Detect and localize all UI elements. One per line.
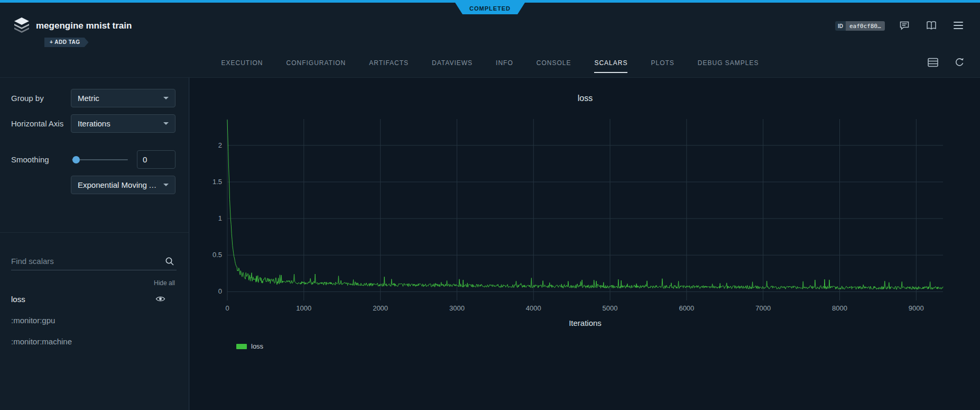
hamburger-icon (954, 22, 963, 29)
smoothing-method-value: Exponential Moving Av… (78, 180, 159, 189)
chevron-down-icon (163, 184, 169, 186)
scalars-sidebar: Group by Metric Horizontal Axis Iteratio… (0, 78, 189, 410)
group-by-label: Group by (11, 89, 44, 107)
chevron-down-icon (163, 97, 169, 99)
tab-plots[interactable]: PLOTS (644, 53, 680, 73)
tab-label: CONSOLE (537, 59, 571, 73)
scalar-item-label: loss (11, 295, 25, 304)
search-icon[interactable] (165, 257, 174, 268)
table-icon (928, 58, 938, 67)
legend-item-loss[interactable]: loss (236, 342, 263, 350)
svg-text:4000: 4000 (526, 304, 541, 312)
scalar-list: loss:monitor:gpu:monitor:machine (0, 288, 189, 352)
auto-refresh-button[interactable] (954, 57, 965, 68)
svg-text:0: 0 (225, 304, 229, 312)
id-chip-label: ID (835, 21, 846, 31)
tab-configuration[interactable]: CONFIGURATION (280, 53, 352, 73)
scalar-item-monitor-gpu[interactable]: :monitor:gpu (0, 309, 189, 331)
svg-text:1000: 1000 (296, 304, 311, 312)
scalar-item-loss[interactable]: loss (0, 288, 189, 309)
svg-text:8000: 8000 (832, 304, 847, 312)
svg-text:9000: 9000 (909, 304, 924, 312)
tab-debug-samples[interactable]: DEBUG SAMPLES (691, 53, 765, 73)
book-icon (926, 21, 937, 30)
menu-button[interactable] (953, 20, 964, 31)
svg-text:6000: 6000 (679, 304, 694, 312)
tab-console[interactable]: CONSOLE (530, 53, 578, 73)
svg-text:0.5: 0.5 (212, 251, 222, 259)
top-accent-strip (0, 0, 980, 3)
refresh-icon (954, 57, 965, 68)
tab-label: SCALARS (594, 59, 627, 73)
tab-dataviews[interactable]: DATAVIEWS (426, 53, 479, 73)
smoothing-value-input[interactable] (137, 150, 175, 169)
group-by-value: Metric (78, 94, 159, 103)
tab-label: PLOTS (651, 59, 674, 73)
comment-icon (899, 20, 910, 31)
smoothing-label: Smoothing (11, 150, 49, 169)
hide-all-link[interactable]: Hide all (154, 279, 175, 287)
svg-text:1.5: 1.5 (212, 178, 222, 186)
tab-label: DEBUG SAMPLES (698, 59, 759, 73)
find-scalars-field (11, 252, 177, 270)
experiment-title: megengine mnist train (36, 21, 132, 31)
tab-label: ARTIFACTS (369, 59, 409, 73)
svg-text:2000: 2000 (373, 304, 388, 312)
docs-button[interactable] (926, 20, 937, 31)
app-logo-icon (13, 17, 31, 33)
svg-text:1: 1 (218, 214, 222, 222)
loss-chart[interactable]: 010002000300040005000600070008000900000.… (190, 78, 980, 410)
tab-artifacts[interactable]: ARTIFACTS (363, 53, 415, 73)
tab-execution[interactable]: EXECUTION (215, 53, 269, 73)
eye-icon[interactable] (155, 295, 165, 303)
scalar-item-monitor-machine[interactable]: :monitor:machine (0, 331, 189, 352)
tab-bar: EXECUTIONCONFIGURATIONARTIFACTSDATAVIEWS… (0, 53, 980, 73)
svg-text:0: 0 (218, 287, 222, 295)
horizontal-axis-value: Iterations (78, 119, 159, 128)
experiment-id-chip[interactable]: ID eaf0cf80… (835, 21, 885, 31)
chevron-down-icon (163, 122, 169, 125)
id-chip-value: eaf0cf80… (846, 21, 885, 31)
svg-text:2: 2 (218, 141, 222, 149)
find-scalars-input[interactable] (11, 252, 159, 270)
add-tag-button[interactable]: + ADD TAG (44, 38, 89, 47)
group-by-dropdown[interactable]: Metric (71, 89, 175, 107)
horizontal-axis-label: Horizontal Axis (11, 114, 63, 133)
legend-swatch (236, 344, 247, 349)
legend-label: loss (251, 342, 263, 350)
smoothing-slider-thumb[interactable] (72, 156, 80, 163)
tab-label: CONFIGURATION (286, 59, 346, 73)
horizontal-axis-dropdown[interactable]: Iterations (71, 114, 175, 133)
tab-info[interactable]: INFO (489, 53, 520, 73)
tab-scalars[interactable]: SCALARS (588, 53, 634, 73)
status-badge: COMPLETED (455, 3, 525, 14)
x-axis-title: Iterations (227, 318, 943, 327)
scalar-item-label: :monitor:machine (11, 337, 72, 346)
comment-button[interactable] (899, 20, 910, 31)
scalars-panel: loss 01000200030004000500060007000800090… (190, 78, 980, 410)
svg-text:3000: 3000 (449, 304, 465, 312)
svg-text:7000: 7000 (755, 304, 771, 312)
scalar-item-label: :monitor:gpu (11, 316, 55, 325)
tab-label: INFO (496, 59, 513, 73)
tab-label: DATAVIEWS (432, 59, 473, 73)
sidebar-divider (0, 232, 189, 233)
smoothing-slider[interactable] (72, 159, 128, 160)
smoothing-method-dropdown[interactable]: Exponential Moving Av… (71, 176, 175, 194)
tab-label: EXECUTION (221, 59, 263, 73)
metrics-table-button[interactable] (927, 57, 939, 68)
svg-text:5000: 5000 (603, 304, 618, 312)
